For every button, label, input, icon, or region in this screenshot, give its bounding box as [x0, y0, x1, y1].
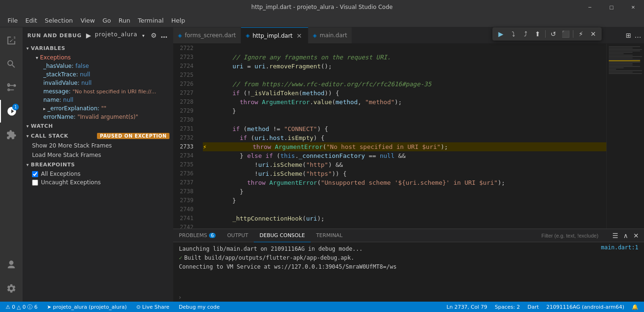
- menu-view[interactable]: View: [77, 15, 99, 26]
- code-line-2723: // Ignore any fragments on the request U…: [203, 53, 606, 62]
- watch-chevron-icon: ▾: [26, 123, 29, 129]
- minimap-line: [609, 55, 633, 56]
- uncaught-exceptions-checkbox[interactable]: [32, 180, 38, 186]
- status-debug-label[interactable]: Debug my code: [177, 304, 222, 310]
- status-notifications[interactable]: 🔔: [630, 304, 640, 310]
- code-line-2729: }: [203, 107, 606, 115]
- var-name[interactable]: name: null: [23, 96, 173, 104]
- position-text: Ln 2737, Col 79: [447, 304, 488, 310]
- status-live-share[interactable]: ⊙ Live Share: [134, 304, 171, 310]
- tab-forms-screen[interactable]: ◈ forms_screen.dart: [173, 27, 241, 44]
- watch-label: WATCH: [31, 123, 53, 129]
- start-debugging-button[interactable]: ▶: [85, 31, 93, 40]
- step-over-button[interactable]: ⤵: [507, 28, 519, 40]
- tab-output[interactable]: OUTPUT: [221, 229, 254, 242]
- show-more-stack-frames-link[interactable]: Show 20 More Stack Frames: [23, 141, 173, 150]
- debug-console-filter[interactable]: [539, 232, 609, 239]
- var-stacktrace[interactable]: _stackTrace: null: [23, 70, 173, 79]
- gear-icon[interactable]: ⚙: [150, 31, 158, 40]
- chevron-down-icon[interactable]: ▾: [139, 31, 148, 40]
- panel-up-icon[interactable]: ∧: [621, 231, 630, 240]
- line-2735: 2735: [175, 160, 193, 169]
- tab-more-options-icon[interactable]: …: [634, 31, 642, 40]
- all-exceptions-checkbox[interactable]: [32, 171, 38, 177]
- status-spaces[interactable]: Spaces: 2: [493, 304, 522, 310]
- activity-extensions[interactable]: [0, 123, 23, 146]
- status-device[interactable]: 21091116AG (android-arm64): [545, 304, 626, 310]
- menu-go[interactable]: Go: [99, 15, 115, 26]
- status-project[interactable]: ➤ projeto_alura (projeto_alura): [45, 304, 129, 310]
- minimize-button[interactable]: ─: [579, 0, 601, 14]
- hot-reload-button[interactable]: ⚡: [575, 28, 587, 40]
- var-stacktrace-key: _stackTrace:: [43, 71, 78, 78]
- line-2727: 2727: [175, 89, 193, 98]
- tab-http-impl-close-icon[interactable]: ✕: [296, 32, 303, 40]
- panel-menu-icon[interactable]: ☰: [611, 231, 620, 240]
- var-errorexplanation-val: "": [101, 105, 106, 112]
- var-invalidvalue[interactable]: invalidValue: null: [23, 79, 173, 87]
- menu-run[interactable]: Run: [115, 15, 134, 26]
- activity-explorer[interactable]: [0, 29, 23, 52]
- tab-terminal[interactable]: TERMINAL: [311, 229, 348, 242]
- menu-edit[interactable]: Edit: [22, 15, 41, 26]
- continue-button[interactable]: ▶: [495, 28, 507, 40]
- minimap-line: [609, 50, 640, 52]
- var-hasvalue[interactable]: _hasValue: false: [23, 62, 173, 70]
- menu-terminal[interactable]: Terminal: [134, 15, 168, 26]
- problems-count: 6: [209, 233, 216, 238]
- code-editor[interactable]: 2722 2723 2724 2725 2726 2727 2728 2729 …: [173, 44, 644, 229]
- menu-file[interactable]: File: [4, 15, 22, 26]
- debug-console-input[interactable]: [181, 294, 638, 301]
- activity-search[interactable]: [0, 53, 23, 75]
- panel-close-icon[interactable]: ✕: [632, 231, 640, 240]
- panel-tabs: PROBLEMS 6 OUTPUT DEBUG CONSOLE TERMINAL…: [173, 229, 644, 242]
- menu-selection[interactable]: Selection: [41, 15, 77, 26]
- variables-section-header[interactable]: ▾ VARIABLES: [23, 43, 173, 53]
- toolbar-settings-icon[interactable]: ✕: [588, 28, 599, 40]
- maximize-button[interactable]: □: [601, 0, 622, 14]
- code-2735: !uri.isScheme("http") &&: [203, 160, 343, 169]
- toolbar-divider-2: [573, 30, 573, 38]
- activity-settings[interactable]: [0, 277, 23, 300]
- tab-http-impl[interactable]: ◈ http_impl.dart ✕: [241, 27, 308, 44]
- call-stack-section-header[interactable]: ▾ CALL STACK Paused on exception: [23, 131, 173, 141]
- status-position[interactable]: Ln 2737, Col 79: [445, 304, 490, 310]
- tab-main[interactable]: ◈ main.dart: [308, 27, 353, 44]
- var-message-val: "No host specified in URI file://...: [72, 89, 156, 95]
- code-line-2736: !uri.isScheme("https")) {: [203, 169, 606, 178]
- all-exceptions-label: All Exceptions: [41, 171, 80, 177]
- variables-label: VARIABLES: [31, 45, 65, 51]
- line-2733: 2733: [175, 142, 193, 151]
- var-errorexplanation[interactable]: ▸ _errorExplanation: "": [23, 104, 173, 113]
- line-2741: 2741: [175, 214, 193, 223]
- status-language[interactable]: Dart: [526, 304, 541, 310]
- tab-problems[interactable]: PROBLEMS 6: [173, 229, 221, 242]
- code-2733: throw ArgumentError("No host specified i…: [209, 142, 448, 151]
- code-line-2733: ⚡ throw ArgumentError("No host specified…: [203, 142, 606, 151]
- step-into-button[interactable]: ⤴: [520, 28, 531, 40]
- tab-debug-console[interactable]: DEBUG CONSOLE: [254, 229, 310, 242]
- minimap-line: [609, 63, 633, 65]
- var-errorname[interactable]: errorName: "Invalid argument(s)": [23, 113, 173, 121]
- panel-ref-link[interactable]: main.dart:1: [601, 244, 638, 251]
- more-options-icon[interactable]: …: [160, 31, 169, 40]
- run-debug-header: RUN AND DEBUG ▶ projeto_alura ▾ ⚙ …: [23, 27, 173, 43]
- var-message[interactable]: message: "No host specified in URI file:…: [23, 87, 173, 96]
- menu-help[interactable]: Help: [168, 15, 189, 26]
- split-editor-button[interactable]: ⊞: [624, 31, 633, 40]
- status-errors[interactable]: ⚠ 0 △ 0 ⓘ 6: [4, 304, 40, 311]
- watch-section-header[interactable]: ▾ WATCH: [23, 121, 173, 131]
- breakpoints-section-header[interactable]: ▾ BREAKPOINTS: [23, 160, 173, 170]
- close-button[interactable]: ✕: [622, 0, 644, 14]
- activity-source-control[interactable]: [0, 76, 23, 99]
- step-out-button[interactable]: ⬆: [532, 28, 543, 40]
- exceptions-item[interactable]: ▾ Exceptions: [23, 53, 173, 62]
- activity-account[interactable]: [0, 254, 23, 276]
- minimap-line: [609, 66, 640, 67]
- load-more-stack-frames-link[interactable]: Load More Stack Frames: [23, 150, 173, 160]
- terminal-label: TERMINAL: [316, 232, 343, 238]
- stop-button[interactable]: ⬛: [560, 28, 571, 40]
- restart-button[interactable]: ↺: [547, 28, 559, 40]
- line-2730: 2730: [175, 115, 193, 124]
- activity-run-debug[interactable]: 1: [0, 100, 23, 123]
